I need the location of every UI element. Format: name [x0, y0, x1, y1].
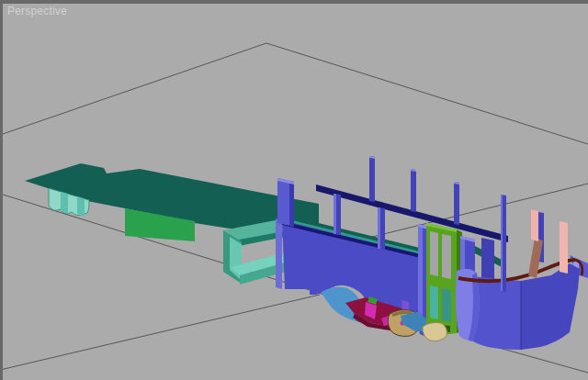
viewport-border-top [0, 0, 588, 4]
bracket-stripe[interactable] [77, 196, 85, 217]
rack-pillar-highlight [418, 224, 423, 321]
perspective-viewport[interactable]: Perspective [0, 0, 588, 380]
viewport-label[interactable]: Perspective [7, 5, 67, 17]
bulkhead-slot [442, 234, 451, 279]
body-end-face[interactable] [276, 218, 282, 289]
viewport-border-left [0, 0, 3, 380]
far-stake-post[interactable] [369, 156, 375, 202]
viewport-canvas[interactable] [0, 0, 588, 380]
bracket-stripe[interactable] [61, 192, 68, 214]
inner-wheel[interactable] [423, 323, 447, 341]
bulkhead-slot [430, 231, 438, 276]
far-stake-post[interactable] [411, 169, 416, 212]
stake-post-highlight [334, 194, 336, 234]
tall-post-highlight [501, 195, 503, 291]
stake-post-highlight [378, 207, 380, 249]
bulkhead-slot [442, 288, 451, 322]
pink-stake-post[interactable] [531, 209, 538, 241]
bulkhead-slot [430, 285, 438, 319]
far-stake-post[interactable] [454, 182, 459, 225]
pink-stake-post[interactable] [560, 221, 568, 274]
corner-post-shade [289, 181, 294, 227]
